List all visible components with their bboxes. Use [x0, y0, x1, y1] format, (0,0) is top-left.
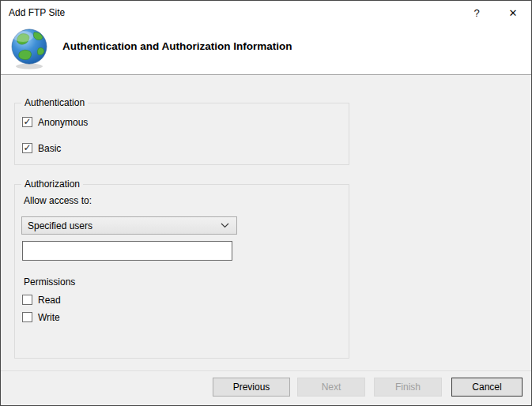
globe-icon	[9, 27, 49, 70]
read-checkbox-row[interactable]: Read	[22, 294, 61, 306]
write-checkbox-row[interactable]: Write	[22, 311, 60, 323]
next-button[interactable]: Next	[297, 378, 365, 397]
specified-users-input[interactable]	[22, 241, 232, 261]
read-checkbox-label: Read	[38, 295, 61, 306]
allow-access-label: Allow access to:	[24, 195, 92, 206]
page-title: Authentication and Authorization Informa…	[62, 40, 292, 52]
basic-checkbox[interactable]	[22, 143, 32, 153]
authorization-group: Authorization Allow access to: Specified…	[14, 184, 349, 359]
anonymous-checkbox-label: Anonymous	[38, 117, 88, 128]
finish-button[interactable]: Finish	[374, 378, 442, 397]
anonymous-checkbox[interactable]	[22, 117, 32, 127]
help-button[interactable]: ?	[458, 1, 495, 24]
add-ftp-site-dialog: Add FTP Site ? ✕	[0, 0, 532, 406]
authorization-legend: Authorization	[21, 179, 83, 190]
chevron-down-icon	[221, 223, 229, 228]
permissions-label: Permissions	[24, 276, 75, 288]
titlebar[interactable]: Add FTP Site ? ✕	[1, 1, 531, 24]
write-checkbox[interactable]	[22, 312, 32, 322]
previous-button[interactable]: Previous	[213, 378, 290, 397]
dropdown-selected-value: Specified users	[28, 220, 221, 231]
write-checkbox-label: Write	[38, 312, 60, 323]
close-button[interactable]: ✕	[495, 1, 531, 24]
basic-checkbox-row[interactable]: Basic	[22, 142, 61, 154]
wizard-header: Authentication and Authorization Informa…	[1, 24, 531, 75]
titlebar-controls: ? ✕	[458, 1, 531, 24]
cancel-button[interactable]: Cancel	[451, 378, 523, 397]
authentication-legend: Authentication	[21, 97, 88, 108]
read-checkbox[interactable]	[22, 295, 32, 305]
anonymous-checkbox-row[interactable]: Anonymous	[22, 116, 88, 128]
wizard-content: Authentication Anonymous Basic Authoriza…	[1, 76, 531, 370]
basic-checkbox-label: Basic	[38, 143, 61, 154]
help-icon: ?	[474, 8, 479, 18]
button-bar: Previous Next Finish Cancel	[1, 370, 531, 405]
authentication-group: Authentication Anonymous Basic	[14, 103, 349, 165]
close-icon: ✕	[509, 8, 518, 18]
allow-access-dropdown[interactable]: Specified users	[21, 216, 237, 235]
window-title: Add FTP Site	[9, 7, 65, 18]
